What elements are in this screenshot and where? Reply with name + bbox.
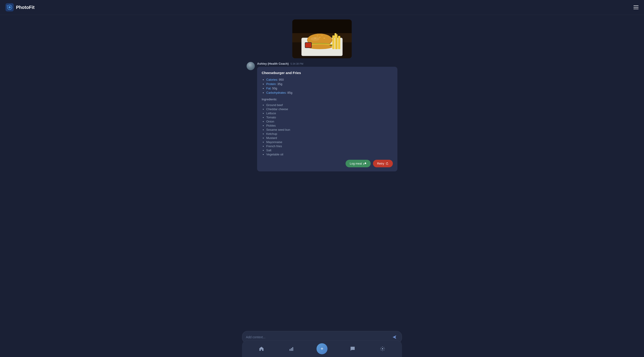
action-buttons: Log meal Retry: [262, 160, 393, 167]
protein-value: 35g: [277, 82, 282, 86]
log-meal-label: Log meal: [350, 162, 362, 165]
fat-label: Fat:: [266, 86, 271, 90]
chat-area: Ashley (Health Coach) 5:34:38 PM Cheeseb…: [242, 62, 402, 174]
ingredient-item: Mayonnaise: [266, 140, 393, 144]
app-header: PhotoFit: [0, 0, 644, 15]
send-button[interactable]: [391, 334, 398, 341]
svg-point-12: [323, 38, 325, 39]
meal-title: Cheeseburger and Fries: [262, 71, 393, 75]
context-input[interactable]: [246, 335, 391, 339]
svg-rect-21: [338, 36, 340, 49]
ingredient-item: Vegetable oil: [266, 153, 393, 156]
fat-value: 50g: [272, 86, 277, 90]
nutrition-calories: Calories: 950: [266, 78, 393, 81]
ingredient-item: Lettuce: [266, 112, 393, 115]
svg-point-30: [382, 348, 383, 350]
nav-chat[interactable]: [348, 344, 358, 354]
nutrition-list: Calories: 950 Protein: 35g Fat: 50g Ca: [262, 78, 393, 94]
svg-rect-27: [290, 349, 290, 351]
ingredient-item: Pickles: [266, 124, 393, 127]
svg-rect-29: [292, 347, 293, 351]
main-content: Ashley (Health Coach) 5:34:38 PM Cheeseb…: [242, 15, 402, 202]
ingredients-list: Ground beefCheddar cheeseLettuceTomatoOn…: [262, 103, 393, 156]
ingredient-item: Ketchup: [266, 132, 393, 136]
food-image-container: [292, 20, 352, 58]
ingredient-item: Onion: [266, 120, 393, 123]
retry-button[interactable]: Retry: [373, 160, 393, 167]
calories-value: 950: [279, 78, 284, 81]
app-logo-icon: [6, 3, 14, 12]
header-logo-group: PhotoFit: [6, 3, 34, 12]
bar-chart-icon: [289, 346, 294, 351]
message-time: 5:34:38 PM: [290, 62, 303, 65]
svg-point-26: [310, 37, 320, 41]
food-image: [292, 20, 352, 58]
nav-add[interactable]: +: [316, 343, 328, 354]
message-meta: Ashley (Health Coach) 5:34:38 PM: [257, 62, 398, 65]
svg-point-13: [317, 36, 318, 36]
thumbs-up-icon: [363, 162, 366, 165]
home-icon: [259, 346, 264, 351]
nav-chart[interactable]: [286, 344, 296, 354]
chat-bubble-icon: [350, 346, 355, 351]
nav-settings[interactable]: [378, 344, 387, 354]
app-title: PhotoFit: [16, 5, 34, 10]
hamburger-line-2: [634, 7, 638, 8]
svg-rect-25: [292, 20, 352, 33]
send-icon: [392, 335, 397, 340]
nutrition-protein: Protein: 35g: [266, 82, 393, 86]
svg-point-14: [321, 35, 323, 36]
message-row: Ashley (Health Coach) 5:34:38 PM Cheeseb…: [246, 62, 398, 172]
ingredient-item: Sesame seed bun: [266, 128, 393, 132]
retry-label: Retry: [377, 162, 384, 165]
nutrition-fat: Fat: 50g: [266, 86, 393, 90]
ingredient-item: French fries: [266, 144, 393, 148]
ingredient-item: Cheddar cheese: [266, 108, 393, 111]
svg-rect-19: [332, 36, 334, 49]
message-card: Cheeseburger and Fries Calories: 950 Pro…: [257, 67, 398, 172]
avatar: [246, 62, 255, 70]
nutrition-carbs: Carbohydrates: 85g: [266, 91, 393, 94]
svg-point-11: [319, 37, 321, 38]
nav-home[interactable]: [257, 344, 266, 354]
carbs-label: Carbohydrates:: [266, 91, 286, 94]
message-content: Ashley (Health Coach) 5:34:38 PM Cheeseb…: [257, 62, 398, 172]
carbs-value: 85g: [288, 91, 292, 94]
svg-rect-22: [334, 33, 336, 38]
svg-point-2: [8, 6, 11, 8]
calories-label: Calories:: [266, 78, 278, 81]
avatar-image: [246, 62, 255, 70]
retry-icon: [386, 162, 389, 165]
hamburger-line-3: [634, 9, 638, 9]
bottom-nav: +: [242, 340, 402, 357]
coach-name: Ashley (Health Coach): [257, 62, 289, 65]
ingredients-heading: Ingredients:: [262, 98, 393, 101]
log-meal-button[interactable]: Log meal: [346, 160, 370, 167]
ingredient-item: Tomato: [266, 116, 393, 119]
ingredient-item: Ground beef: [266, 103, 393, 107]
svg-rect-24: [305, 43, 311, 48]
menu-button[interactable]: [634, 6, 638, 9]
ingredient-item: Salt: [266, 148, 393, 152]
ingredient-item: Mustard: [266, 136, 393, 140]
hamburger-line-1: [634, 6, 638, 6]
gear-icon: [380, 346, 385, 351]
plus-icon: +: [321, 346, 324, 352]
svg-rect-3: [7, 5, 8, 6]
protein-label: Protein:: [266, 82, 276, 86]
svg-rect-28: [291, 348, 292, 351]
